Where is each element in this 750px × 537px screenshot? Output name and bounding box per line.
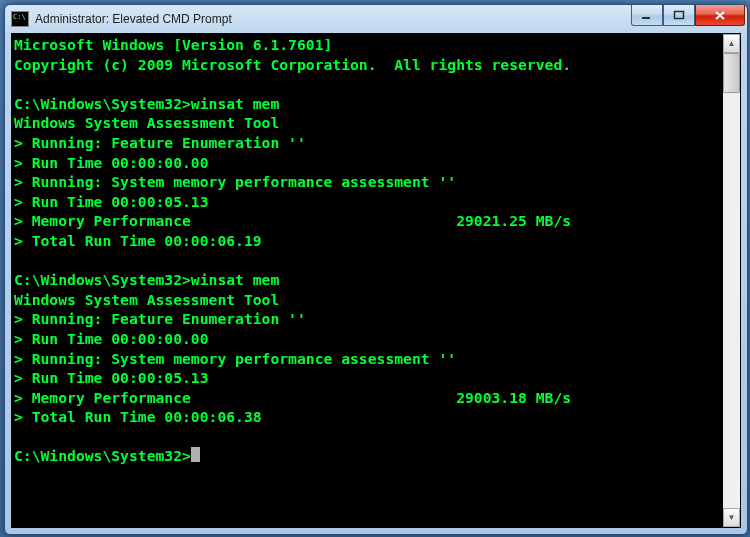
output-line: > Running: System memory performance ass… (14, 350, 456, 367)
maximize-button[interactable] (663, 5, 695, 26)
output-line: > Running: Feature Enumeration '' (14, 310, 306, 327)
svg-rect-0 (642, 17, 650, 19)
output-line: > Total Run Time 00:00:06.19 (14, 232, 262, 249)
cmd-window: Administrator: Elevated CMD Prompt Micro… (4, 4, 748, 535)
cursor (191, 447, 200, 462)
tool-line: Windows System Assessment Tool (14, 291, 279, 308)
command: winsat mem (191, 95, 279, 112)
output-line: > Memory Performance 29021.25 MB/s (14, 212, 571, 229)
tool-line: Windows System Assessment Tool (14, 114, 279, 131)
scroll-track[interactable] (723, 53, 740, 508)
titlebar[interactable]: Administrator: Elevated CMD Prompt (5, 5, 747, 33)
scroll-down-button[interactable]: ▼ (723, 508, 740, 527)
svg-rect-1 (675, 12, 684, 19)
output-line: > Memory Performance 29003.18 MB/s (14, 389, 571, 406)
terminal[interactable]: Microsoft Windows [Version 6.1.7601] Cop… (12, 34, 723, 527)
output-line: > Run Time 00:00:00.00 (14, 154, 209, 171)
scroll-up-button[interactable]: ▲ (723, 34, 740, 53)
command: winsat mem (191, 271, 279, 288)
window-buttons (631, 5, 747, 33)
output-line: > Run Time 00:00:00.00 (14, 330, 209, 347)
chevron-down-icon: ▼ (728, 513, 736, 522)
client-area: Microsoft Windows [Version 6.1.7601] Cop… (11, 33, 741, 528)
output-line: > Running: Feature Enumeration '' (14, 134, 306, 151)
prompt: C:\Windows\System32> (14, 95, 191, 112)
output-line: > Run Time 00:00:05.13 (14, 193, 209, 210)
prompt: C:\Windows\System32> (14, 447, 191, 464)
chevron-up-icon: ▲ (728, 39, 736, 48)
scroll-thumb[interactable] (723, 53, 740, 93)
output-line: > Total Run Time 00:00:06.38 (14, 408, 262, 425)
prompt: C:\Windows\System32> (14, 271, 191, 288)
header-line: Copyright (c) 2009 Microsoft Corporation… (14, 56, 571, 73)
output-line: > Running: System memory performance ass… (14, 173, 456, 190)
window-title: Administrator: Elevated CMD Prompt (35, 12, 631, 26)
header-line: Microsoft Windows [Version 6.1.7601] (14, 36, 332, 53)
close-button[interactable] (695, 5, 745, 26)
scrollbar[interactable]: ▲ ▼ (723, 34, 740, 527)
output-line: > Run Time 00:00:05.13 (14, 369, 209, 386)
minimize-button[interactable] (631, 5, 663, 26)
cmd-icon (11, 11, 29, 27)
